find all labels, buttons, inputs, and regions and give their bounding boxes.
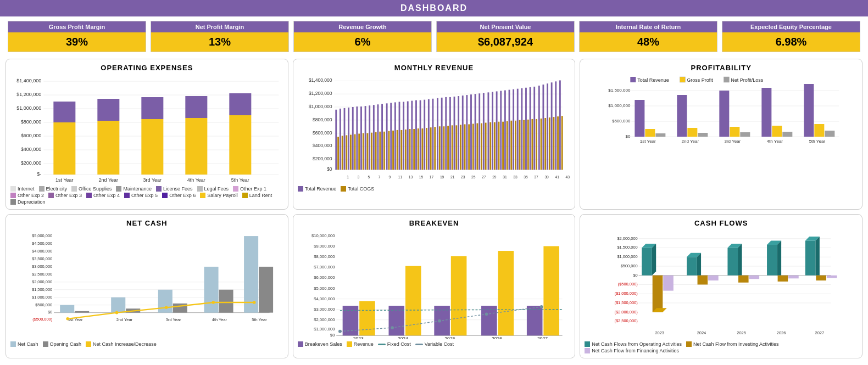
svg-rect-238 [204,267,219,313]
svg-text:($1,000,000): ($1,000,000) [615,291,638,296]
kpi-label-4: Internal Rate of Return [580,21,717,32]
svg-rect-101 [449,97,451,170]
svg-rect-308 [664,276,674,291]
svg-text:$0: $0 [633,273,638,278]
svg-rect-122 [494,122,496,170]
svg-rect-148 [549,117,550,170]
svg-point-283 [485,312,488,316]
profitability-area: Total Revenue Gross Profit Net Profit/Lo… [585,74,858,184]
kpi-row: Gross Profit Margin 39% Net Profit Margi… [0,16,868,57]
svg-text:4th Year: 4th Year [187,177,205,183]
svg-rect-277 [543,246,559,335]
svg-rect-131 [513,89,514,170]
svg-text:35: 35 [524,175,528,179]
svg-text:27: 27 [482,175,486,179]
cash-flows-area: $2,000,000 $1,500,000 $1,000,000 $500,00… [585,229,858,339]
svg-rect-62 [366,133,368,170]
svg-rect-87 [419,100,421,170]
svg-text:($2,000,000): ($2,000,000) [615,310,638,315]
svg-rect-328 [805,240,816,275]
svg-rect-200 [730,127,740,137]
svg-text:11: 11 [398,175,402,179]
svg-point-247 [212,301,215,304]
svg-rect-52 [346,135,347,170]
kpi-value-5: 6.98% [722,32,860,52]
svg-rect-85 [415,100,417,170]
svg-rect-60 [363,133,364,170]
cash-flows-chart: CASH FLOWS $2,000,000 $1,500,000 $1,000,… [580,214,863,358]
svg-rect-83 [411,101,413,170]
svg-text:$2,000,000: $2,000,000 [617,236,638,241]
svg-text:$1,200,000: $1,200,000 [308,91,332,96]
svg-rect-89 [424,100,425,170]
svg-rect-192 [646,129,655,137]
svg-text:13: 13 [408,175,413,179]
svg-rect-58 [358,134,360,170]
svg-text:$1,000,000: $1,000,000 [32,295,52,300]
svg-rect-130 [510,121,512,170]
svg-rect-79 [403,102,404,170]
svg-rect-268 [405,266,421,336]
svg-text:$500,000: $500,000 [621,263,638,268]
svg-text:$1,000,000: $1,000,000 [16,105,41,111]
svg-rect-332 [827,276,837,278]
svg-text:$400,000: $400,000 [21,147,42,152]
svg-text:$600,000: $600,000 [313,130,332,136]
svg-rect-113 [474,94,476,170]
svg-text:($2,500,000): ($2,500,000) [615,318,638,323]
svg-rect-136 [523,120,525,170]
svg-text:43: 43 [565,175,570,179]
svg-text:$1,000,000: $1,000,000 [308,104,332,109]
svg-rect-86 [418,128,419,170]
svg-text:1st Year: 1st Year [640,139,656,144]
svg-rect-92 [430,127,431,170]
svg-text:$3,500,000: $3,500,000 [32,256,52,261]
net-cash-chart: NET CASH $5,000,000 $4,500,000 $4,000,00… [5,214,288,358]
svg-rect-303 [642,248,652,275]
svg-text:$2,000,000: $2,000,000 [314,317,335,322]
monthly-revenue-area: $1,400,000 $1,200,000 $1,000,000 $800,00… [298,74,571,184]
svg-rect-103 [453,97,455,170]
svg-text:2027: 2027 [815,330,825,335]
svg-text:1st Year: 1st Year [55,177,74,183]
svg-rect-127 [504,91,506,170]
cash-flows-title: CASH FLOWS [585,219,858,227]
svg-rect-59 [360,106,362,170]
svg-rect-56 [354,134,355,170]
svg-text:$7,000,000: $7,000,000 [314,265,335,269]
svg-text:9: 9 [388,175,391,179]
svg-rect-138 [527,120,529,170]
svg-rect-242 [259,267,273,313]
svg-rect-77 [398,102,400,170]
svg-rect-151 [555,81,557,170]
svg-rect-74 [392,131,394,170]
svg-text:29: 29 [492,175,497,179]
svg-rect-145 [542,85,544,170]
svg-text:3rd Year: 3rd Year [143,177,162,183]
svg-rect-154 [561,116,563,170]
svg-rect-125 [500,91,502,170]
svg-rect-149 [550,82,552,170]
svg-text:$1,500,000: $1,500,000 [617,245,638,250]
svg-rect-102 [451,125,453,170]
svg-text:5th Year: 5th Year [252,317,267,322]
svg-text:$2,000,000: $2,000,000 [32,279,52,284]
svg-text:($500,000): ($500,000) [32,317,52,322]
svg-rect-310 [687,257,697,275]
svg-text:Total Revenue: Total Revenue [638,77,670,83]
svg-rect-106 [460,125,461,170]
kpi-card-1: Net Profit Margin 13% [151,21,289,52]
svg-rect-150 [553,117,554,170]
profitability-chart: PROFITABILITY Total Revenue Gross Profit… [580,59,863,210]
kpi-label-3: Net Present Value [437,21,574,32]
svg-text:2023: 2023 [655,330,665,335]
svg-marker-318 [738,244,742,276]
kpi-label-2: Revenue Growth [294,21,431,32]
svg-rect-51 [343,108,345,170]
svg-rect-197 [698,133,708,137]
svg-text:$1,500,000: $1,500,000 [32,287,52,292]
svg-rect-47 [335,110,337,170]
svg-rect-232 [111,297,125,313]
svg-rect-229 [60,305,74,313]
svg-rect-209 [825,131,835,137]
